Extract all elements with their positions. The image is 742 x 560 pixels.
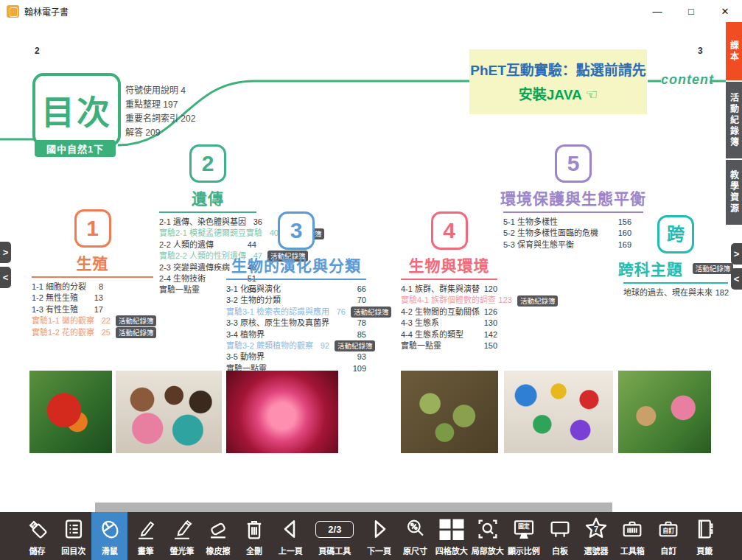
toc-item[interactable]: 4-3 生態系130	[401, 318, 497, 329]
chapter-5-environmental-protection: 5 環境保護與生態平衡 5-1 生物多樣性1565-2 生物多樣性面臨的危機16…	[503, 144, 643, 251]
toc-item[interactable]: 4-1 族群、群集與演替120	[401, 284, 497, 295]
horizontal-scrollbar[interactable]	[95, 503, 612, 512]
left-page-number: 2	[35, 46, 40, 56]
right-edge-prev-arrow[interactable]: <	[731, 268, 742, 290]
eraser-icon	[206, 515, 231, 543]
chapter-title: 遺傳	[192, 186, 224, 209]
toc-item[interactable]: 實驗1-2 花的觀察25活動紀錄簿	[32, 327, 103, 338]
tool-mouse[interactable]: 滑鼠	[91, 512, 127, 560]
front-matter-item[interactable]: 重要名詞索引 202	[125, 112, 195, 126]
bottom-toolbar: 儲存 回目次 滑鼠 畫筆 螢光筆 橡皮擦 全刪 上一頁 2/3 頁碼工具 下一頁…	[0, 512, 742, 560]
front-matter-item[interactable]: 符號使用說明 4	[125, 84, 195, 98]
page-indicator-box: 2/3	[315, 515, 354, 543]
right-page-number: 3	[698, 46, 703, 56]
toc-item[interactable]: 3-2 生物的分類70	[226, 295, 366, 306]
tool-highlighter[interactable]: 螢光筆	[164, 512, 200, 560]
left-edge-prev-arrow[interactable]: <	[0, 267, 11, 288]
whiteboard-icon	[547, 515, 573, 543]
toc-item[interactable]: 4-2 生物間的互動關係126	[401, 307, 497, 318]
activity-badge[interactable]: 活動紀錄簿	[517, 295, 559, 307]
tool-eraser[interactable]: 橡皮擦	[200, 512, 236, 560]
activity-badge[interactable]: 活動紀錄簿	[116, 315, 157, 326]
toc-item[interactable]: 4-4 生態系的類型142	[401, 329, 497, 340]
toc-item[interactable]: 3-4 植物界85	[226, 329, 366, 340]
area-zoom-icon	[475, 515, 500, 543]
left-edge-next-arrow[interactable]: >	[0, 242, 11, 263]
tool-page-indicator[interactable]: 2/3 頁碼工具	[309, 512, 361, 560]
toc-item[interactable]: 實驗1-1 黴的觀察22活動紀錄簿	[32, 315, 103, 326]
chapter-rule	[32, 276, 153, 278]
toc-item[interactable]: 實驗3-2 蕨類植物的觀察92活動紀錄簿	[226, 340, 366, 351]
chapter-title: 跨科主題	[618, 257, 683, 279]
toc-item[interactable]: 1-2 無性生殖13	[32, 293, 103, 304]
four-grid-icon	[437, 515, 466, 543]
tool-page-tabs[interactable]: 頁籤	[687, 512, 723, 560]
toc-item[interactable]: 5-3 保育與生態平衡169	[503, 239, 631, 251]
right-sidebar: 課本 活動紀錄簿 教學資源	[726, 22, 742, 226]
chapter-items: 1-1 細胞的分裂81-2 無性生殖131-3 有性生殖17實驗1-1 黴的觀察…	[32, 281, 103, 338]
tab-teaching-resources[interactable]: 教學資源	[726, 160, 742, 225]
tool-whiteboard[interactable]: 白板	[542, 512, 578, 560]
page-tabs-icon	[692, 515, 717, 543]
photo-children-gardening	[618, 371, 711, 453]
front-matter-item[interactable]: 解答 209	[125, 126, 195, 140]
toc-item[interactable]: 地球的過去、現在與未來182	[623, 287, 728, 298]
tool-custom[interactable]: 自訂 自訂	[651, 512, 687, 560]
highlighter-icon	[169, 515, 195, 543]
tool-delete-all[interactable]: 全刪	[237, 512, 273, 560]
tool-prev-page[interactable]: 上一頁	[273, 512, 309, 560]
maximize-button[interactable]: □	[674, 0, 708, 22]
tool-pen[interactable]: 畫筆	[127, 512, 164, 560]
toc-item[interactable]: 5-1 生物多樣性156	[503, 217, 631, 228]
toc-item[interactable]: 5-2 生物多樣性面臨的危機160	[503, 228, 631, 239]
chapter-title: 生殖	[77, 251, 109, 273]
chapter-1-reproduction: 1 生殖 1-1 細胞的分裂81-2 無性生殖131-3 有性生殖17實驗1-1…	[32, 209, 153, 338]
phet-java-notice: PhET互動實驗：點選前請先 安裝JAVA ☜	[469, 49, 647, 114]
content-script-label: content	[661, 72, 714, 88]
chapter-title: 生物與環境	[409, 253, 490, 276]
tool-next-page[interactable]: 下一頁	[361, 512, 397, 560]
tool-display-ratio[interactable]: 固定 顯示比例	[505, 512, 542, 560]
toc-heading: 目次	[41, 86, 112, 134]
pen-icon	[133, 515, 158, 543]
title-bar: 翰林電子書 — □ ✕	[0, 0, 742, 22]
toc-item[interactable]: 3-3 原核、原生生物及真菌界78	[226, 318, 366, 329]
photo-sea-anemone	[226, 371, 338, 453]
mouse-icon	[97, 515, 122, 543]
notice-line1: PhET互動實驗：點選前請先	[469, 59, 647, 79]
photo-microscopic-cells	[401, 371, 498, 453]
activity-badge[interactable]: 活動紀錄簿	[351, 307, 392, 318]
front-matter-item[interactable]: 重點整理 197	[125, 98, 195, 112]
tool-area-zoom[interactable]: 局部放大	[469, 512, 505, 560]
chapter-badge: 1	[74, 209, 111, 248]
tab-textbook[interactable]: 課本	[726, 22, 742, 80]
tool-original-size[interactable]: 原尺寸	[397, 512, 433, 560]
custom-case-icon: 自訂	[656, 515, 681, 543]
toc-item[interactable]: 實驗3-1 檢索表的認識與應用76活動紀錄簿	[226, 307, 366, 318]
chapter-badge: 2	[189, 144, 226, 183]
toc-item[interactable]: 3-5 動物界93	[226, 351, 366, 363]
prev-page-icon	[278, 515, 303, 543]
toc-item[interactable]: 實驗一點靈150	[401, 340, 497, 351]
close-button[interactable]: ✕	[708, 0, 742, 22]
chapter-title: 生物的演化與分類	[231, 253, 361, 276]
chapter-items: 3-1 化石與演化663-2 生物的分類70實驗3-1 檢索表的認識與應用76活…	[226, 284, 366, 374]
activity-badge[interactable]: 活動紀錄簿	[335, 340, 376, 351]
tab-activity-book[interactable]: 活動紀錄簿	[726, 82, 742, 158]
tool-toolbox[interactable]: 工具箱	[615, 512, 651, 560]
chapter-badge: 跨	[657, 215, 694, 253]
toc-heading-box: 目次	[32, 73, 121, 147]
toc-item[interactable]: 1-1 細胞的分裂8	[32, 281, 103, 293]
activity-badge[interactable]: 活動紀錄簿	[116, 327, 157, 338]
activity-badge[interactable]: 活動紀錄簿	[693, 263, 734, 274]
toc-item[interactable]: 3-1 化石與演化66	[226, 284, 366, 295]
minimize-button[interactable]: —	[640, 0, 674, 22]
tool-number-picker[interactable]: 7 選號器	[578, 512, 615, 560]
tool-back-to-toc[interactable]: 回目次	[55, 512, 91, 560]
tool-four-grid-zoom[interactable]: 四格放大	[433, 512, 469, 560]
right-edge-next-arrow[interactable]: >	[731, 243, 742, 265]
toc-item[interactable]: 1-3 有性生殖17	[32, 304, 103, 315]
next-page-icon	[367, 515, 392, 543]
tool-save[interactable]: 儲存	[19, 512, 55, 560]
toc-item[interactable]: 實驗4-1 族群個體數的調查123活動紀錄簿	[401, 295, 497, 306]
